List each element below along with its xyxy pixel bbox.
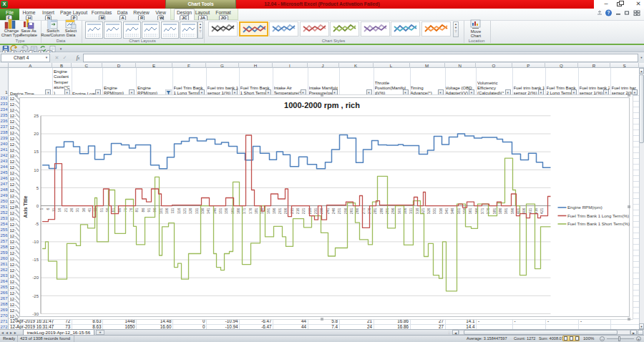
svg-text:-20: -20 [32, 275, 39, 280]
svg-text:66: 66 [117, 207, 121, 212]
svg-text:261: 261 [348, 207, 353, 214]
svg-text:31: 31 [75, 207, 79, 212]
svg-text:41: 41 [87, 207, 91, 212]
svg-text:301: 301 [396, 207, 401, 214]
svg-text:201: 201 [278, 207, 282, 214]
svg-text:-5: -5 [34, 222, 39, 226]
svg-text:10: 10 [34, 168, 39, 172]
svg-text:126: 126 [188, 207, 192, 214]
svg-text:151: 151 [218, 207, 222, 214]
svg-text:421: 421 [540, 207, 544, 214]
svg-text:316: 316 [414, 207, 419, 214]
svg-text:15: 15 [34, 150, 39, 154]
svg-text:251: 251 [337, 207, 341, 214]
svg-text:321: 321 [420, 207, 424, 214]
svg-text:286: 286 [379, 207, 383, 214]
svg-text:166: 166 [235, 207, 240, 214]
svg-text:331: 331 [432, 207, 436, 214]
svg-text:221: 221 [301, 207, 306, 214]
svg-text:411: 411 [527, 207, 532, 213]
svg-text:116: 116 [176, 207, 180, 213]
svg-text:161: 161 [230, 207, 234, 214]
svg-text:231: 231 [313, 207, 318, 214]
svg-text:266: 266 [355, 207, 359, 214]
svg-text:6: 6 [45, 207, 49, 210]
svg-text:0: 0 [36, 204, 39, 208]
svg-text:371: 371 [480, 207, 484, 214]
svg-text:-10: -10 [32, 240, 39, 244]
svg-text:121: 121 [182, 207, 187, 214]
svg-text:326: 326 [426, 207, 431, 214]
svg-text:Fuel Trim Bank 1 Short Term(%): Fuel Trim Bank 1 Short Term(%) [567, 221, 630, 226]
svg-text:81: 81 [135, 207, 139, 212]
svg-text:416: 416 [533, 207, 537, 214]
svg-text:306: 306 [402, 207, 406, 214]
svg-text:111: 111 [170, 207, 175, 213]
svg-text:131: 131 [194, 207, 198, 214]
svg-text:181: 181 [253, 207, 258, 214]
svg-text:106: 106 [165, 207, 169, 214]
svg-text:16: 16 [57, 207, 62, 212]
svg-text:?: ? [608, 10, 610, 15]
svg-text:381: 381 [492, 207, 496, 214]
svg-text:296: 296 [391, 207, 395, 214]
svg-text:156: 156 [224, 207, 228, 214]
svg-text:-25: -25 [32, 294, 39, 298]
svg-text:51: 51 [99, 207, 103, 212]
svg-text:Engine RPM(rpm): Engine RPM(rpm) [567, 205, 602, 210]
svg-text:196: 196 [271, 207, 275, 214]
svg-text:91: 91 [147, 207, 151, 212]
svg-text:1000-2000 rpm , rich: 1000-2000 rpm , rich [284, 101, 360, 109]
svg-text:176: 176 [248, 207, 252, 214]
svg-text:281: 281 [373, 207, 377, 214]
svg-text:36: 36 [81, 207, 85, 212]
svg-text:1: 1 [39, 207, 44, 210]
svg-text:346: 346 [450, 207, 454, 214]
svg-text:246: 246 [331, 207, 336, 214]
svg-text:406: 406 [522, 207, 526, 214]
svg-text:21: 21 [63, 207, 67, 212]
svg-text:86: 86 [140, 207, 145, 212]
svg-text:336: 336 [438, 207, 442, 214]
svg-text:206: 206 [283, 207, 288, 214]
svg-text:311: 311 [409, 207, 413, 213]
svg-text:141: 141 [206, 207, 210, 214]
svg-text:386: 386 [497, 207, 502, 214]
svg-text:256: 256 [343, 207, 347, 214]
svg-text:26: 26 [69, 207, 73, 212]
svg-text:361: 361 [468, 207, 472, 214]
svg-text:341: 341 [444, 207, 449, 214]
svg-text:391: 391 [504, 207, 508, 214]
svg-text:5: 5 [36, 186, 39, 190]
svg-text:146: 146 [212, 207, 216, 214]
svg-text:241: 241 [325, 207, 329, 214]
svg-text:396: 396 [509, 207, 514, 214]
svg-text:20: 20 [34, 132, 39, 136]
svg-text:25: 25 [34, 114, 39, 118]
svg-text:271: 271 [361, 207, 365, 214]
svg-text:71: 71 [122, 207, 127, 212]
svg-text:Fuel Trim Bank 1 Long Term(%): Fuel Trim Bank 1 Long Term(%) [567, 213, 629, 218]
svg-text:Axis Title: Axis Title [22, 195, 27, 218]
svg-text:-15: -15 [32, 258, 39, 262]
svg-text:191: 191 [265, 207, 270, 214]
svg-text:76: 76 [129, 207, 133, 212]
svg-text:216: 216 [296, 207, 300, 214]
svg-text:-30: -30 [32, 312, 39, 316]
